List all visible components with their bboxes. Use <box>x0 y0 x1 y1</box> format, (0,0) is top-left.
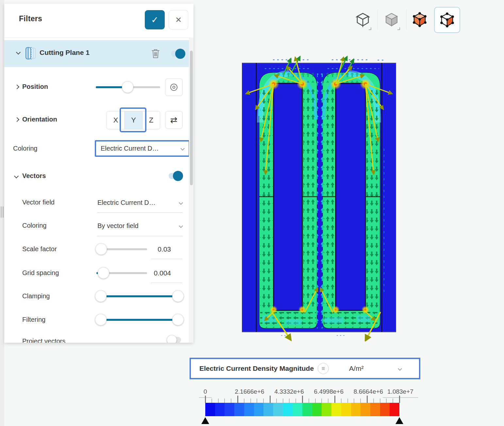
vector-field-dropdown[interactable]: Electric Current D… <box>97 199 182 206</box>
vectors-toggle[interactable] <box>169 173 181 179</box>
project-vectors-label: Project vectors <box>22 337 65 343</box>
colorbar-swatch <box>225 403 234 416</box>
colorbar-tick <box>341 399 342 403</box>
cutting-plane-visibility-toggle[interactable] <box>171 51 183 57</box>
divider <box>97 212 182 213</box>
current-density-visualization[interactable] <box>242 54 396 341</box>
vectors-coloring-dropdown-value: By vector field <box>97 222 179 230</box>
orientation-z-button[interactable]: Z <box>142 111 160 129</box>
colorbar-swatch <box>351 403 361 416</box>
position-expand-chevron-icon[interactable] <box>15 85 19 89</box>
colorbar-max-marker[interactable] <box>395 417 403 424</box>
orange-face-cube-icon <box>439 12 455 28</box>
legend-unit[interactable]: A/m² <box>349 365 363 372</box>
colorbar-tick <box>263 399 264 403</box>
colorbar-tick <box>276 399 277 403</box>
colorbar-swatch <box>244 403 254 416</box>
divider <box>97 236 182 236</box>
coloring-label: Coloring <box>13 145 37 152</box>
position-slider-handle[interactable] <box>122 81 133 93</box>
vector-field-dropdown-value: Electric Current D… <box>97 199 179 206</box>
cutting-plane-icon <box>25 46 37 60</box>
colorbar-tick <box>244 399 244 403</box>
collapse-chevron-icon[interactable] <box>16 50 21 55</box>
orientation-x-button[interactable]: X <box>107 111 125 129</box>
colorbar-swatch <box>302 403 312 416</box>
apply-button[interactable]: ✓ <box>145 10 165 29</box>
panel-drag-handle[interactable] <box>1 206 4 218</box>
colorbar-tick <box>309 399 309 403</box>
clamping-min-handle[interactable] <box>95 290 107 302</box>
position-label: Position <box>22 83 48 90</box>
grid-spacing-slider[interactable] <box>96 272 147 274</box>
position-slider[interactable] <box>96 86 160 88</box>
colorbar-min-marker[interactable] <box>201 417 209 424</box>
filtering-min-handle[interactable] <box>95 314 107 325</box>
chevron-down-icon <box>179 224 183 228</box>
menu-icon: ≡ <box>322 365 325 372</box>
cutting-plane-row[interactable]: Cutting Plane 1 <box>4 40 193 67</box>
clamping-range-slider[interactable] <box>96 295 182 297</box>
divider <box>151 283 182 283</box>
solid-view-button[interactable] <box>382 8 401 32</box>
scale-factor-value[interactable]: 0.03 <box>145 245 171 253</box>
close-button[interactable]: ✕ <box>169 10 188 29</box>
filtering-max-handle[interactable] <box>172 314 184 325</box>
orientation-y-button[interactable]: Y <box>125 111 142 129</box>
orientation-label: Orientation <box>22 116 57 123</box>
clamping-max-handle[interactable] <box>172 290 184 302</box>
vectors-collapse-chevron-icon[interactable] <box>14 174 19 178</box>
legend-chevron-down-icon[interactable] <box>398 367 402 371</box>
target-icon <box>169 83 178 92</box>
colorbar-tick <box>237 396 238 403</box>
colorbar-tick <box>334 396 335 403</box>
close-icon: ✕ <box>175 15 182 25</box>
colorbar-tick <box>205 396 206 403</box>
colorbar-tick <box>360 399 361 403</box>
solid-with-vertices-view-button[interactable] <box>411 8 429 32</box>
colorbar-tick <box>386 399 387 403</box>
position-center-button[interactable] <box>165 78 183 96</box>
delete-filter-button[interactable] <box>151 49 160 59</box>
toolbar-divider <box>406 10 407 30</box>
colorbar-tick <box>250 399 251 403</box>
legend-title: Electric Current Density Magnitude <box>199 365 314 372</box>
wireframe-cube-icon <box>355 12 371 27</box>
cutting-plane-name: Cutting Plane 1 <box>40 49 90 57</box>
orientation-segmented-control: X Y Z <box>107 111 160 129</box>
orange-cube-icon <box>412 12 428 27</box>
scale-factor-slider-handle[interactable] <box>95 243 107 255</box>
legend-menu-button[interactable]: ≡ <box>318 363 329 374</box>
colorbar-tick <box>295 399 296 403</box>
colorbar-swatch <box>380 403 390 416</box>
panel-resize-strip <box>0 0 4 426</box>
legend-box[interactable]: Electric Current Density Magnitude ≡ A/m… <box>190 358 420 379</box>
colorbar-tick <box>328 399 328 403</box>
grid-spacing-label: Grid spacing <box>22 269 59 277</box>
flip-orientation-button[interactable]: ⇄ <box>165 111 183 129</box>
colorbar-tick <box>399 396 400 403</box>
wireframe-view-button[interactable] <box>354 8 372 32</box>
grid-spacing-slider-handle[interactable] <box>98 267 109 279</box>
divider <box>151 259 182 259</box>
colorbar-tick <box>321 399 322 403</box>
orientation-expand-chevron-icon[interactable] <box>15 117 19 122</box>
filtering-label: Filtering <box>22 316 45 323</box>
colorbar-tick <box>224 399 225 403</box>
scale-factor-slider[interactable] <box>96 248 147 250</box>
project-vectors-toggle[interactable] <box>169 337 181 343</box>
filtering-range-slider[interactable] <box>96 319 182 321</box>
colorbar-swatch <box>215 403 225 416</box>
vectors-coloring-dropdown[interactable]: By vector field <box>97 222 182 230</box>
colorbar-tick <box>380 399 380 403</box>
colorbar-swatch <box>361 403 370 416</box>
header-divider <box>4 38 193 38</box>
colorbar-tick <box>289 399 290 403</box>
coloring-dropdown[interactable]: Electric Current D… <box>95 140 190 157</box>
panel-scrollbar-thumb[interactable] <box>190 51 193 185</box>
selected-face-view-button[interactable] <box>434 7 460 33</box>
colorbar-swatch <box>254 403 264 416</box>
colorbar-tick <box>231 399 231 403</box>
colorbar-tick <box>393 399 393 403</box>
grid-spacing-value[interactable]: 0.004 <box>145 269 171 277</box>
